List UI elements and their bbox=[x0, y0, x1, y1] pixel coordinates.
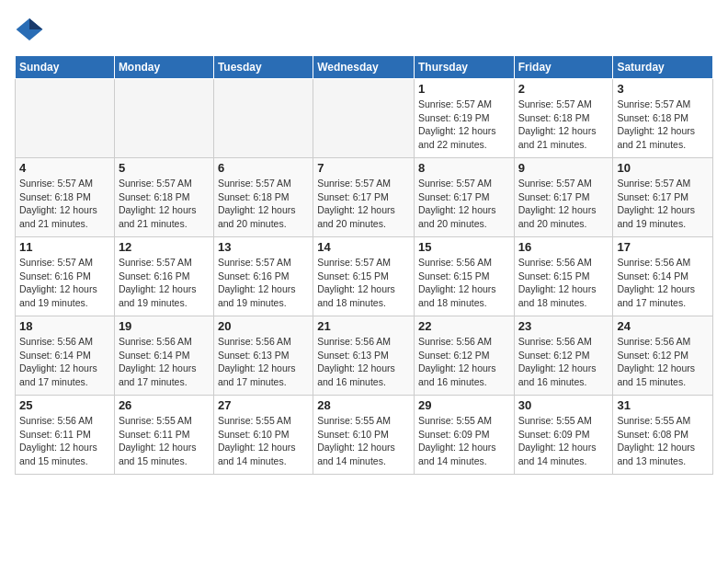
calendar-cell: 11Sunrise: 5:57 AM Sunset: 6:16 PM Dayli… bbox=[16, 237, 115, 316]
weekday-header-row: SundayMondayTuesdayWednesdayThursdayFrid… bbox=[16, 56, 713, 79]
day-number: 14 bbox=[317, 240, 410, 254]
day-number: 27 bbox=[218, 398, 309, 412]
calendar-cell: 26Sunrise: 5:55 AM Sunset: 6:11 PM Dayli… bbox=[114, 396, 213, 475]
day-number: 13 bbox=[218, 240, 309, 254]
day-info: Sunrise: 5:57 AM Sunset: 6:15 PM Dayligh… bbox=[317, 256, 410, 310]
day-number: 1 bbox=[418, 82, 510, 96]
day-number: 21 bbox=[317, 319, 410, 333]
calendar-cell: 5Sunrise: 5:57 AM Sunset: 6:18 PM Daylig… bbox=[114, 158, 213, 237]
weekday-header-wednesday: Wednesday bbox=[313, 56, 415, 79]
day-number: 20 bbox=[218, 319, 309, 333]
page-header bbox=[15, 15, 713, 44]
day-number: 28 bbox=[317, 398, 410, 412]
calendar-cell: 18Sunrise: 5:56 AM Sunset: 6:14 PM Dayli… bbox=[16, 316, 115, 396]
day-info: Sunrise: 5:57 AM Sunset: 6:18 PM Dayligh… bbox=[518, 98, 609, 152]
day-number: 29 bbox=[418, 398, 510, 412]
day-number: 18 bbox=[19, 319, 110, 333]
day-number: 5 bbox=[119, 161, 210, 175]
calendar-cell: 20Sunrise: 5:56 AM Sunset: 6:13 PM Dayli… bbox=[213, 316, 313, 396]
calendar-cell: 9Sunrise: 5:57 AM Sunset: 6:17 PM Daylig… bbox=[514, 158, 613, 237]
day-info: Sunrise: 5:55 AM Sunset: 6:11 PM Dayligh… bbox=[119, 414, 210, 468]
day-number: 26 bbox=[119, 398, 210, 412]
day-number: 30 bbox=[518, 398, 609, 412]
day-info: Sunrise: 5:57 AM Sunset: 6:18 PM Dayligh… bbox=[617, 98, 709, 152]
calendar-cell: 13Sunrise: 5:57 AM Sunset: 6:16 PM Dayli… bbox=[213, 237, 313, 316]
calendar-cell: 25Sunrise: 5:56 AM Sunset: 6:11 PM Dayli… bbox=[16, 396, 115, 475]
day-number: 7 bbox=[317, 161, 410, 175]
day-info: Sunrise: 5:56 AM Sunset: 6:13 PM Dayligh… bbox=[218, 335, 309, 389]
day-info: Sunrise: 5:56 AM Sunset: 6:14 PM Dayligh… bbox=[19, 335, 110, 389]
day-info: Sunrise: 5:56 AM Sunset: 6:12 PM Dayligh… bbox=[617, 335, 709, 389]
day-number: 22 bbox=[418, 319, 510, 333]
calendar-cell: 24Sunrise: 5:56 AM Sunset: 6:12 PM Dayli… bbox=[613, 316, 713, 396]
day-info: Sunrise: 5:56 AM Sunset: 6:13 PM Dayligh… bbox=[317, 335, 410, 389]
day-info: Sunrise: 5:57 AM Sunset: 6:18 PM Dayligh… bbox=[19, 177, 110, 231]
calendar-cell bbox=[313, 79, 415, 158]
day-info: Sunrise: 5:56 AM Sunset: 6:11 PM Dayligh… bbox=[19, 414, 110, 468]
calendar-cell: 22Sunrise: 5:56 AM Sunset: 6:12 PM Dayli… bbox=[414, 316, 514, 396]
day-number: 3 bbox=[617, 82, 709, 96]
day-info: Sunrise: 5:57 AM Sunset: 6:18 PM Dayligh… bbox=[218, 177, 309, 231]
day-number: 2 bbox=[518, 82, 609, 96]
day-number: 11 bbox=[19, 240, 110, 254]
calendar-cell bbox=[114, 79, 213, 158]
calendar-cell: 21Sunrise: 5:56 AM Sunset: 6:13 PM Dayli… bbox=[313, 316, 415, 396]
day-info: Sunrise: 5:55 AM Sunset: 6:09 PM Dayligh… bbox=[518, 414, 609, 468]
calendar-cell: 15Sunrise: 5:56 AM Sunset: 6:15 PM Dayli… bbox=[414, 237, 514, 316]
day-number: 17 bbox=[617, 240, 709, 254]
calendar-cell: 28Sunrise: 5:55 AM Sunset: 6:10 PM Dayli… bbox=[313, 396, 415, 475]
calendar-cell: 23Sunrise: 5:56 AM Sunset: 6:12 PM Dayli… bbox=[514, 316, 613, 396]
weekday-header-sunday: Sunday bbox=[16, 56, 115, 79]
day-info: Sunrise: 5:55 AM Sunset: 6:10 PM Dayligh… bbox=[317, 414, 410, 468]
calendar-cell: 16Sunrise: 5:56 AM Sunset: 6:15 PM Dayli… bbox=[514, 237, 613, 316]
calendar-cell: 2Sunrise: 5:57 AM Sunset: 6:18 PM Daylig… bbox=[514, 79, 613, 158]
day-info: Sunrise: 5:55 AM Sunset: 6:09 PM Dayligh… bbox=[418, 414, 510, 468]
day-info: Sunrise: 5:55 AM Sunset: 6:10 PM Dayligh… bbox=[218, 414, 309, 468]
calendar-cell: 7Sunrise: 5:57 AM Sunset: 6:17 PM Daylig… bbox=[313, 158, 415, 237]
calendar-cell: 30Sunrise: 5:55 AM Sunset: 6:09 PM Dayli… bbox=[514, 396, 613, 475]
calendar-cell: 12Sunrise: 5:57 AM Sunset: 6:16 PM Dayli… bbox=[114, 237, 213, 316]
day-info: Sunrise: 5:57 AM Sunset: 6:16 PM Dayligh… bbox=[218, 256, 309, 310]
calendar-cell bbox=[16, 79, 115, 158]
calendar-cell: 17Sunrise: 5:56 AM Sunset: 6:14 PM Dayli… bbox=[613, 237, 713, 316]
calendar-cell: 6Sunrise: 5:57 AM Sunset: 6:18 PM Daylig… bbox=[213, 158, 313, 237]
day-info: Sunrise: 5:56 AM Sunset: 6:12 PM Dayligh… bbox=[418, 335, 510, 389]
logo-icon bbox=[15, 15, 44, 44]
svg-marker-1 bbox=[29, 18, 42, 29]
calendar-cell: 19Sunrise: 5:56 AM Sunset: 6:14 PM Dayli… bbox=[114, 316, 213, 396]
day-info: Sunrise: 5:57 AM Sunset: 6:16 PM Dayligh… bbox=[19, 256, 110, 310]
calendar-cell: 3Sunrise: 5:57 AM Sunset: 6:18 PM Daylig… bbox=[613, 79, 713, 158]
calendar-cell: 29Sunrise: 5:55 AM Sunset: 6:09 PM Dayli… bbox=[414, 396, 514, 475]
day-number: 8 bbox=[418, 161, 510, 175]
day-info: Sunrise: 5:57 AM Sunset: 6:17 PM Dayligh… bbox=[617, 177, 709, 231]
day-number: 9 bbox=[518, 161, 609, 175]
day-number: 4 bbox=[19, 161, 110, 175]
day-info: Sunrise: 5:57 AM Sunset: 6:18 PM Dayligh… bbox=[119, 177, 210, 231]
calendar-cell: 31Sunrise: 5:55 AM Sunset: 6:08 PM Dayli… bbox=[613, 396, 713, 475]
calendar-cell: 27Sunrise: 5:55 AM Sunset: 6:10 PM Dayli… bbox=[213, 396, 313, 475]
day-info: Sunrise: 5:57 AM Sunset: 6:17 PM Dayligh… bbox=[317, 177, 410, 231]
day-number: 16 bbox=[518, 240, 609, 254]
day-number: 15 bbox=[418, 240, 510, 254]
day-info: Sunrise: 5:57 AM Sunset: 6:17 PM Dayligh… bbox=[518, 177, 609, 231]
day-info: Sunrise: 5:56 AM Sunset: 6:15 PM Dayligh… bbox=[518, 256, 609, 310]
calendar-week-row: 11Sunrise: 5:57 AM Sunset: 6:16 PM Dayli… bbox=[16, 237, 713, 316]
weekday-header-saturday: Saturday bbox=[613, 56, 713, 79]
day-info: Sunrise: 5:55 AM Sunset: 6:08 PM Dayligh… bbox=[617, 414, 709, 468]
day-number: 6 bbox=[218, 161, 309, 175]
day-number: 12 bbox=[119, 240, 210, 254]
day-info: Sunrise: 5:56 AM Sunset: 6:12 PM Dayligh… bbox=[518, 335, 609, 389]
calendar-week-row: 4Sunrise: 5:57 AM Sunset: 6:18 PM Daylig… bbox=[16, 158, 713, 237]
weekday-header-tuesday: Tuesday bbox=[213, 56, 313, 79]
calendar-cell: 1Sunrise: 5:57 AM Sunset: 6:19 PM Daylig… bbox=[414, 79, 514, 158]
logo bbox=[15, 15, 48, 44]
day-info: Sunrise: 5:56 AM Sunset: 6:15 PM Dayligh… bbox=[418, 256, 510, 310]
calendar-table: SundayMondayTuesdayWednesdayThursdayFrid… bbox=[15, 55, 713, 475]
day-number: 10 bbox=[617, 161, 709, 175]
day-info: Sunrise: 5:56 AM Sunset: 6:14 PM Dayligh… bbox=[119, 335, 210, 389]
calendar-cell: 8Sunrise: 5:57 AM Sunset: 6:17 PM Daylig… bbox=[414, 158, 514, 237]
day-number: 23 bbox=[518, 319, 609, 333]
day-info: Sunrise: 5:57 AM Sunset: 6:16 PM Dayligh… bbox=[119, 256, 210, 310]
calendar-cell: 10Sunrise: 5:57 AM Sunset: 6:17 PM Dayli… bbox=[613, 158, 713, 237]
weekday-header-friday: Friday bbox=[514, 56, 613, 79]
